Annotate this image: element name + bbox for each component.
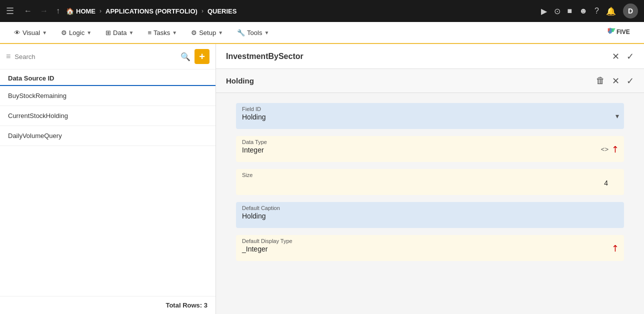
caret-icon: ▼: [264, 30, 269, 36]
main-layout: ≡ 🔍 + Data Source ID BuyStockRemaining C…: [0, 44, 644, 314]
panel-actions: 🗑 ✕ ✓: [596, 76, 634, 86]
default-display-type-field: Default Display Type _Integer ↗: [236, 235, 624, 261]
help-icon[interactable]: ?: [594, 6, 599, 16]
hamburger-icon[interactable]: ☰: [6, 6, 14, 16]
caret-icon: ▼: [42, 30, 47, 36]
default-display-type-label: Default Display Type: [242, 238, 618, 244]
breadcrumb-applications[interactable]: APPLICATIONS (PORTFOLIO): [106, 8, 198, 15]
nav-tasks[interactable]: ≡ Tasks ▼: [142, 26, 183, 40]
list-item[interactable]: DailyVolumeQuery: [0, 126, 216, 146]
data-type-label: Data Type: [242, 139, 618, 145]
data-type-value[interactable]: Integer: [242, 146, 618, 154]
notifications-icon[interactable]: 🔔: [606, 6, 616, 16]
play-icon[interactable]: ▶: [541, 6, 547, 16]
sidebar-search-bar: ≡ 🔍 +: [0, 44, 216, 70]
avatar[interactable]: D: [623, 4, 638, 18]
add-button[interactable]: +: [194, 49, 210, 64]
five-logo: FIVE: [606, 25, 636, 40]
nav-setup[interactable]: ⚙ Setup ▼: [185, 26, 229, 40]
caret-icon: ▼: [218, 30, 223, 36]
panel-save-icon[interactable]: ✓: [626, 76, 634, 86]
list-item[interactable]: BuyStockRemaining: [0, 86, 216, 106]
logic-icon: ⚙: [61, 29, 67, 36]
sidebar: ≡ 🔍 + Data Source ID BuyStockRemaining C…: [0, 44, 216, 314]
red-arrow-icon: ↗: [608, 142, 622, 156]
size-label: Size: [242, 172, 618, 178]
filter-icon: ≡: [6, 52, 10, 61]
size-value[interactable]: 4: [242, 179, 618, 187]
panel-header: Holding 🗑 ✕ ✓: [216, 69, 644, 93]
stop-icon[interactable]: ■: [568, 6, 572, 16]
default-display-type-actions: ↗: [612, 242, 619, 254]
setup-icon: ⚙: [191, 29, 197, 36]
breadcrumb-queries[interactable]: QUERIES: [208, 8, 237, 15]
caret-icon: ▼: [86, 30, 92, 36]
default-display-type-value[interactable]: _Integer: [242, 245, 618, 253]
nav-visual[interactable]: 👁 Visual ▼: [8, 26, 53, 40]
close-icon[interactable]: ✕: [612, 51, 620, 62]
form-content: Field ID Holding ▾ Data Type Integer <> …: [216, 93, 644, 314]
search-input[interactable]: [14, 53, 176, 60]
default-caption-value[interactable]: Holding: [242, 212, 618, 220]
panel-close-icon[interactable]: ✕: [612, 76, 620, 86]
nav-logic[interactable]: ⚙ Logic ▼: [55, 26, 98, 40]
data-icon: ⊞: [106, 29, 111, 36]
caret-icon: ▼: [172, 30, 177, 36]
field-id-label: Field ID: [242, 106, 618, 112]
panel-title: Holding: [226, 76, 254, 85]
nav-tools[interactable]: 🔧 Tools ▼: [231, 26, 275, 40]
delete-icon[interactable]: 🗑: [596, 76, 605, 86]
tools-icon: 🔧: [237, 29, 245, 36]
data-type-field: Data Type Integer <> ↗: [236, 136, 624, 162]
default-caption-field: Default Caption Holding: [236, 202, 624, 228]
content-header-actions: ✕ ✓: [612, 51, 634, 62]
eye-icon: 👁: [14, 29, 20, 36]
svg-marker-2: [612, 28, 616, 32]
field-id-value[interactable]: Holding: [242, 113, 618, 121]
secondary-navigation: 👁 Visual ▼ ⚙ Logic ▼ ⊞ Data ▼ ≡ Tasks ▼ …: [0, 22, 644, 44]
svg-text:FIVE: FIVE: [616, 28, 630, 35]
forward-button[interactable]: →: [38, 4, 50, 18]
tasks-icon: ≡: [148, 29, 152, 36]
total-rows-label: Total Rows: 3: [0, 296, 216, 314]
home-link[interactable]: 🏠 HOME: [66, 8, 96, 15]
content-header: InvestmentBySector ✕ ✓: [216, 44, 644, 69]
size-field: Size 4: [236, 169, 624, 195]
caret-icon: ▼: [129, 30, 134, 36]
default-caption-label: Default Caption: [242, 205, 618, 211]
up-button[interactable]: ↑: [54, 4, 62, 18]
save-icon[interactable]: ✓: [626, 51, 634, 62]
data-type-actions: <> ↗: [601, 144, 619, 154]
content-area: InvestmentBySector ✕ ✓ Holding 🗑 ✕ ✓ Fie…: [216, 44, 644, 314]
sidebar-column-header: Data Source ID: [0, 70, 216, 86]
top-nav-right: ▶ ⊙ ■ ☻ ? 🔔 D: [541, 4, 638, 18]
search-icon[interactable]: 🔍: [180, 52, 190, 62]
list-item[interactable]: CurrentStockHolding: [0, 106, 216, 126]
back-button[interactable]: ←: [22, 4, 34, 18]
sidebar-list: BuyStockRemaining CurrentStockHolding Da…: [0, 86, 216, 296]
home-icon: 🏠: [66, 8, 74, 15]
field-id-actions: ▾: [616, 112, 619, 120]
search-top-icon[interactable]: ⊙: [554, 6, 560, 16]
field-id-field: Field ID Holding ▾: [236, 103, 624, 129]
code-icon[interactable]: <>: [601, 146, 608, 153]
breadcrumb: 🏠 HOME › APPLICATIONS (PORTFOLIO) › QUER…: [66, 8, 236, 15]
content-title: InvestmentBySector: [226, 52, 304, 61]
top-navigation: ☰ ← → ↑ 🏠 HOME › APPLICATIONS (PORTFOLIO…: [0, 0, 644, 22]
dropdown-icon[interactable]: ▾: [616, 112, 619, 120]
nav-data[interactable]: ⊞ Data ▼: [100, 26, 140, 40]
robot-icon[interactable]: ☻: [579, 6, 588, 16]
